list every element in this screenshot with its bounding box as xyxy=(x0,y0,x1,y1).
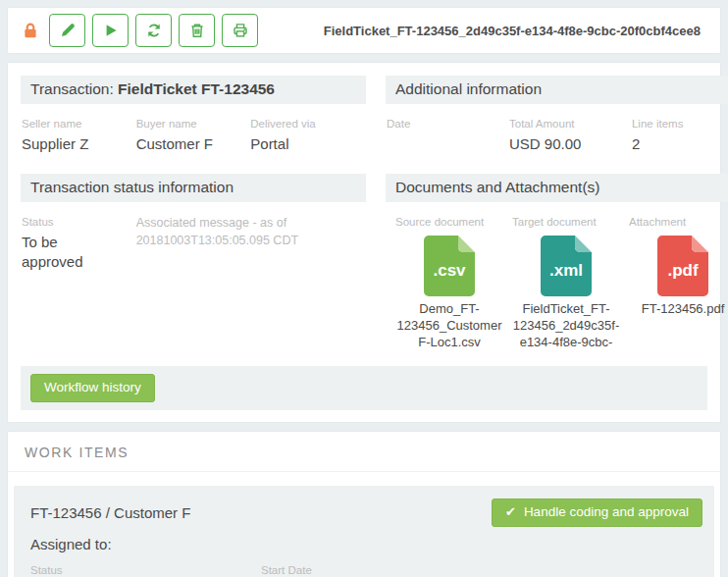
play-icon xyxy=(103,23,119,38)
documents-list: Source document .csv Demo_FT-123456_Cust… xyxy=(386,215,728,351)
field-status: Status To be approved xyxy=(22,215,136,272)
xml-file-icon[interactable]: .xml xyxy=(541,236,592,296)
source-document: Source document .csv Demo_FT-123456_Cust… xyxy=(395,215,503,351)
documents-section-header: Documents and Attachment(s) xyxy=(386,174,728,202)
edit-button[interactable] xyxy=(49,14,85,47)
workflow-history-button[interactable]: Workflow history xyxy=(30,374,155,402)
source-document-filename[interactable]: Demo_FT-123456_Customer F-Loc1.csv xyxy=(395,301,503,351)
svg-text:.xml: .xml xyxy=(549,261,583,280)
document-title: FieldTicket_FT-123456_2d49c35f-e134-4f8e… xyxy=(324,24,706,38)
target-document-filename[interactable]: FieldTicket_FT-123456_2d49c35f-e134-4f8e… xyxy=(512,301,620,351)
field-line-items: Line items 2 xyxy=(632,117,728,154)
work-item-start-date-field: Start Date 2018-10-03T13:05:33.747Z xyxy=(261,563,441,577)
field-buyer-name: Buyer name Customer F xyxy=(136,117,251,154)
work-items-card: WORK ITEMS FT-123456 / Customer F ✔Handl… xyxy=(7,431,721,577)
print-icon xyxy=(233,23,248,38)
status-fields: Status To be approved Associated message… xyxy=(21,215,366,272)
transaction-fields: Seller name Supplier Z Buyer name Custom… xyxy=(21,117,366,154)
csv-file-icon[interactable]: .csv xyxy=(424,236,475,296)
workflow-history-bar: Workflow history xyxy=(21,366,707,410)
attachment-document: Attachment .pdf FT-123456.pdf xyxy=(629,215,728,351)
run-button[interactable] xyxy=(92,14,129,47)
refresh-icon xyxy=(146,23,162,38)
field-delivered-via: Delivered via Portal xyxy=(250,117,365,154)
status-section-header: Transaction status information xyxy=(21,174,366,202)
handle-coding-approval-button[interactable]: ✔Handle coding and approval xyxy=(492,498,702,527)
svg-text:.pdf: .pdf xyxy=(667,261,698,280)
work-items-header: WORK ITEMS xyxy=(8,432,720,472)
transaction-section-header: Transaction: FieldTicket FT-123456 xyxy=(21,76,366,104)
pdf-file-icon[interactable]: .pdf xyxy=(657,236,708,296)
work-item: FT-123456 / Customer F ✔Handle coding an… xyxy=(14,486,714,577)
refresh-button[interactable] xyxy=(135,14,172,47)
svg-text:.csv: .csv xyxy=(433,261,466,280)
field-total-amount: Total Amount USD 90.00 xyxy=(509,117,632,154)
additional-info-fields: Date Total Amount USD 90.00 Line items 2 xyxy=(386,117,728,154)
print-button[interactable] xyxy=(222,14,258,47)
trash-icon xyxy=(189,23,205,38)
pencil-icon xyxy=(60,23,76,38)
additional-info-header: Additional information xyxy=(386,76,728,104)
status-value: To be approved xyxy=(22,233,108,273)
check-icon: ✔ xyxy=(505,504,516,520)
delete-button[interactable] xyxy=(179,14,215,47)
field-date: Date xyxy=(387,117,509,154)
transaction-header-prefix: Transaction: xyxy=(30,80,118,97)
toolbar: FieldTicket_FT-123456_2d49c35f-e134-4f8e… xyxy=(7,7,721,54)
assigned-to-label: Assigned to: xyxy=(26,536,702,552)
transaction-detail-card: Transaction: FieldTicket FT-123456 Selle… xyxy=(7,62,721,423)
associated-message: Associated message - as of 20181003T13:0… xyxy=(136,215,357,272)
field-seller-name: Seller name Supplier Z xyxy=(22,117,136,154)
transaction-header-name: FieldTicket FT-123456 xyxy=(118,80,275,97)
lock-icon xyxy=(22,22,39,39)
work-item-title: FT-123456 / Customer F xyxy=(26,498,190,521)
work-item-status-field: Status xyxy=(30,563,261,577)
attachment-filename[interactable]: FT-123456.pdf xyxy=(629,301,728,318)
target-document: Target document .xml FieldTicket_FT-1234… xyxy=(512,215,620,351)
